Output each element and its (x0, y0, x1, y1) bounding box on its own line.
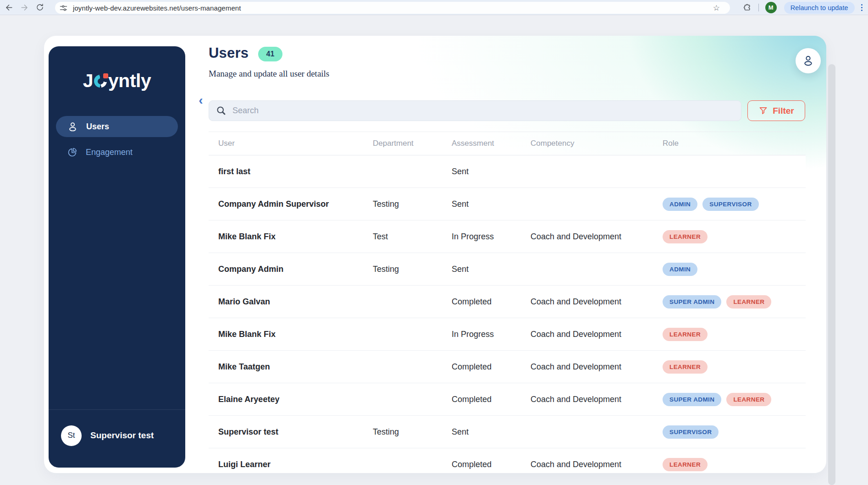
sidebar-collapse-icon[interactable]: ‹ (199, 94, 203, 107)
forward-button[interactable] (17, 0, 31, 14)
table-row[interactable]: Company AdminTestingSentADMIN (209, 253, 806, 286)
assessment-cell: Completed (452, 460, 531, 469)
user-name-cell: Luigi Learner (218, 460, 373, 469)
extensions-icon (743, 3, 752, 12)
filter-icon (758, 106, 768, 116)
table-row[interactable]: Company Admin SupervisorTestingSentADMIN… (209, 188, 806, 220)
site-settings-icon[interactable] (60, 4, 67, 12)
user-name-cell: Mike Blank Fix (218, 330, 373, 339)
assessment-cell: In Progress (452, 330, 531, 339)
column-header-user: User (218, 139, 373, 148)
sidebar-item-users[interactable]: Users (56, 116, 178, 137)
extensions-button[interactable] (743, 3, 752, 12)
table-row[interactable]: Mike Blank FixIn ProgressCoach and Devel… (209, 318, 806, 351)
table-row[interactable]: Supervisor testTestingSentSUPERVISOR (209, 416, 806, 448)
role-cell: SUPERVISOR (663, 425, 806, 439)
logo-text-prefix: J (83, 70, 93, 91)
sidebar-item-label: Engagement (86, 148, 133, 157)
user-name-cell: first last (218, 167, 373, 176)
assessment-cell: In Progress (452, 232, 531, 242)
profile-button[interactable] (796, 48, 821, 73)
user-name-cell: Mike Taatgen (218, 362, 373, 372)
toolbar-divider (758, 4, 759, 11)
user-name-cell: Elaine Aryeetey (218, 395, 373, 404)
search-input[interactable] (232, 106, 735, 116)
column-header-department: Department (373, 139, 452, 148)
forward-icon (20, 3, 29, 12)
role-cell: LEARNER (663, 360, 806, 374)
department-cell: Test (373, 232, 452, 242)
table-header: User Department Assessment Competency Ro… (209, 132, 806, 155)
sidebar: Jyntly ‹ Users Engagement St Supervisor (49, 46, 185, 468)
role-badge: SUPERVISOR (702, 198, 758, 211)
user-name-cell: Mario Galvan (218, 297, 373, 307)
bookmark-star-button[interactable]: ☆ (713, 3, 720, 13)
role-badge: SUPER ADMIN (663, 393, 721, 406)
profile-icon (802, 54, 815, 67)
assessment-cell: Completed (452, 395, 531, 404)
role-badge: LEARNER (663, 328, 708, 341)
reload-icon (36, 3, 44, 11)
competency-cell: Coach and Development (531, 395, 663, 404)
table-row[interactable]: Mike Blank FixTestIn ProgressCoach and D… (209, 220, 806, 253)
competency-cell: Coach and Development (531, 232, 663, 242)
reload-button[interactable] (33, 0, 47, 14)
page-title: Users (209, 45, 249, 61)
browser-controls: M Relaunch to update (743, 0, 868, 15)
competency-cell: Coach and Development (531, 297, 663, 307)
column-header-assessment: Assessment (452, 139, 531, 148)
browser-toolbar: joyntly-web-dev.azurewebsites.net/users-… (0, 0, 868, 15)
filter-button[interactable]: Filter (747, 100, 805, 121)
role-badge: LEARNER (726, 393, 771, 406)
page-subtitle: Manage and update all user details (209, 69, 329, 79)
user-avatar: St (61, 425, 82, 446)
browser-menu-button[interactable] (858, 2, 866, 13)
role-badge: LEARNER (663, 458, 708, 471)
user-name-cell: Company Admin Supervisor (218, 199, 373, 209)
role-cell: LEARNER (663, 230, 806, 243)
sidebar-item-engagement[interactable]: Engagement (56, 142, 178, 163)
sidebar-item-label: Users (86, 122, 109, 132)
logo-text-suffix: yntly (108, 70, 151, 91)
assessment-cell: Sent (452, 167, 531, 176)
role-cell: SUPER ADMINLEARNER (663, 393, 806, 406)
role-cell: ADMIN (663, 263, 806, 276)
address-bar[interactable]: joyntly-web-dev.azurewebsites.net/users-… (55, 2, 730, 14)
assessment-cell: Completed (452, 297, 531, 307)
role-cell: LEARNER (663, 458, 806, 471)
table-row[interactable]: Luigi LearnerCompletedCoach and Developm… (209, 448, 806, 473)
role-badge: SUPERVISOR (663, 425, 719, 439)
assessment-cell: Sent (452, 199, 531, 209)
table-row[interactable]: Mike TaatgenCompletedCoach and Developme… (209, 351, 806, 383)
page-background: Jyntly ‹ Users Engagement St Supervisor (0, 15, 868, 485)
browser-avatar[interactable]: M (765, 2, 777, 13)
back-button[interactable] (2, 0, 16, 14)
table-row[interactable]: Mario GalvanCompletedCoach and Developme… (209, 286, 806, 318)
table-row[interactable]: Elaine AryeeteyCompletedCoach and Develo… (209, 383, 806, 416)
search-icon (216, 105, 227, 116)
competency-cell: Coach and Development (531, 460, 663, 469)
users-table: User Department Assessment Competency Ro… (209, 132, 806, 473)
back-icon (5, 3, 13, 12)
column-header-competency: Competency (531, 139, 663, 148)
role-badge: SUPER ADMIN (663, 295, 721, 309)
current-user-name: Supervisor test (90, 430, 154, 441)
role-badge: LEARNER (663, 230, 708, 243)
assessment-cell: Completed (452, 362, 531, 372)
assessment-cell: Sent (452, 265, 531, 274)
department-cell: Testing (373, 427, 452, 437)
engagement-icon (67, 147, 78, 158)
role-cell: SUPER ADMINLEARNER (663, 295, 806, 309)
sidebar-footer[interactable]: St Supervisor test (49, 409, 185, 468)
table-body: first lastSentCompany Admin SupervisorTe… (209, 155, 806, 473)
table-row[interactable]: first lastSent (209, 155, 806, 188)
column-header-role: Role (663, 139, 806, 148)
relaunch-button[interactable]: Relaunch to update (784, 2, 855, 14)
url-text: joyntly-web-dev.azurewebsites.net/users-… (73, 4, 241, 12)
page-scrollbar[interactable] (828, 64, 835, 485)
user-count-badge: 41 (258, 47, 282, 61)
user-name-cell: Supervisor test (218, 427, 373, 437)
role-badge: ADMIN (663, 198, 697, 211)
role-cell: ADMINSUPERVISOR (663, 198, 806, 211)
filter-label: Filter (773, 106, 794, 116)
